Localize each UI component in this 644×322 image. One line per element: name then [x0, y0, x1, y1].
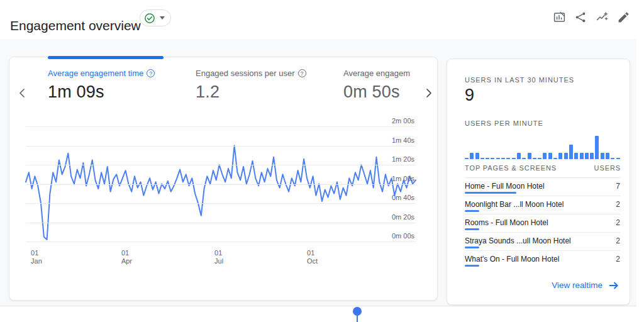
minute-bar [512, 158, 516, 159]
minute-bar [564, 153, 568, 159]
view-realtime-label: View realtime [552, 280, 602, 290]
edit-icon[interactable] [617, 11, 630, 24]
view-realtime-link[interactable]: View realtime [552, 280, 619, 290]
help-icon[interactable]: ? [147, 69, 155, 77]
top-pages-table-header: TOP PAGES & SCREENS USERS [465, 164, 621, 178]
users-proportion-bar [465, 247, 479, 248]
users-per-minute-label: USERS PER MINUTE [465, 119, 543, 127]
top-pages-row: Straya Sounds ...ull Moon Hotel2 [465, 233, 621, 251]
y-axis-tick-label: 1m 00s [392, 175, 414, 182]
y-axis-tick-label: 1m 20s [392, 155, 414, 163]
top-pages-row: Home - Full Moon Hotel7 [465, 178, 621, 196]
metric-tab-engaged-sessions-per-user[interactable]: Engaged sessions per user ? 1.2 [196, 69, 306, 102]
users-count-cell: 2 [616, 255, 620, 264]
page-title-cell: Rooms - Full Moon Hotel [465, 218, 548, 227]
users-count-cell: 7 [616, 182, 620, 191]
x-axis-tick-label: 01 Oct [307, 249, 318, 265]
y-axis-tick-label: 2m 00s [392, 117, 414, 125]
help-icon[interactable]: ? [298, 69, 306, 77]
check-circle-icon [144, 13, 155, 24]
minute-bar [517, 153, 521, 159]
previous-metrics-button[interactable] [18, 88, 26, 98]
share-icon[interactable] [574, 11, 587, 24]
metric-label: Average engagement time [48, 69, 143, 78]
carousel-slider-line [357, 315, 358, 322]
users-last-30-min-label: USERS IN LAST 30 MINUTES [465, 76, 574, 84]
metric-tab-average-engagement-time[interactable]: Average engagement time ? 1m 09s [48, 69, 155, 102]
top-pages-table: TOP PAGES & SCREENS USERS Home - Full Mo… [465, 164, 621, 269]
x-axis-tick-label: 01 Apr [121, 249, 132, 265]
minute-bar [501, 158, 505, 159]
realtime-card: USERS IN LAST 30 MINUTES 9 USERS PER MIN… [447, 58, 630, 305]
minute-bar [538, 158, 541, 159]
minute-bar [506, 158, 510, 159]
engagement-overview-card: Average engagement time ? 1m 09s Engaged… [9, 57, 438, 301]
minute-bar [475, 153, 479, 159]
users-per-minute-bar-chart [465, 133, 621, 159]
page-title-cell: What's On - Full Moon Hotel [465, 255, 559, 264]
minute-bar [543, 153, 547, 159]
metric-label: Average engagem [343, 69, 410, 78]
x-axis-tick-label: 01 Jul [214, 249, 223, 265]
metric-tab-average-engagement-truncated[interactable]: Average engagem 0m 50s [343, 69, 421, 102]
next-metrics-button[interactable] [425, 88, 433, 98]
insights-icon[interactable] [596, 11, 609, 24]
users-proportion-bar [465, 210, 479, 212]
minute-bar [595, 136, 599, 159]
minute-bar [496, 158, 500, 159]
minute-bar [553, 158, 557, 159]
top-pages-row: What's On - Full Moon Hotel2 [465, 251, 621, 269]
minute-bar [574, 153, 578, 159]
y-axis-tick-label: 0m 40s [392, 194, 414, 201]
gridline [26, 242, 416, 242]
users-last-30-min-value: 9 [465, 86, 474, 105]
users-count-cell: 2 [616, 200, 620, 209]
users-proportion-bar [465, 228, 479, 230]
y-axis-tick-label: 1m 40s [392, 136, 414, 144]
minute-bar [606, 153, 609, 159]
users-proportion-bar [465, 265, 479, 267]
minute-bar [533, 158, 536, 159]
minute-bar [580, 153, 584, 159]
arrow-right-icon [609, 281, 619, 290]
minute-bar [480, 158, 484, 159]
column-pages: TOP PAGES & SCREENS [465, 164, 557, 172]
page-title-cell: Straya Sounds ...ull Moon Hotel [465, 236, 571, 245]
users-count-cell: 2 [616, 218, 620, 227]
y-axis-tick-label: 0m 20s [392, 213, 414, 221]
users-count-cell: 2 [616, 236, 620, 245]
metric-value: 0m 50s [343, 82, 421, 102]
column-users: USERS [594, 164, 621, 172]
minute-bar [558, 153, 562, 159]
customize-report-icon[interactable] [553, 11, 566, 24]
header-toolbar [553, 11, 630, 24]
minute-bar [569, 145, 573, 159]
minute-bar [486, 158, 489, 159]
metric-label: Engaged sessions per user [196, 69, 295, 78]
gridline [26, 126, 416, 127]
users-proportion-bar [465, 192, 516, 194]
selected-metric-indicator [48, 56, 164, 59]
top-pages-row: Rooms - Full Moon Hotel2 [465, 214, 621, 233]
gridline [26, 223, 416, 223]
minute-bar [491, 158, 494, 159]
minute-bar [528, 153, 531, 159]
page-title-cell: Moonlight Bar ...ll Moon Hotel [465, 200, 564, 209]
report-status-badge[interactable] [140, 9, 171, 26]
gridline [26, 203, 416, 204]
minute-bar [548, 153, 552, 159]
gridline [26, 184, 416, 185]
gridline [26, 146, 416, 147]
page-title: Engagement overview [10, 18, 141, 33]
top-pages-row: Moonlight Bar ...ll Moon Hotel2 [465, 196, 621, 214]
minute-bar [585, 153, 589, 159]
metric-value: 1.2 [196, 82, 306, 102]
minute-bar [611, 158, 614, 159]
minute-bar [470, 153, 474, 159]
caret-down-icon [160, 16, 165, 19]
y-axis-tick-label: 0m 00s [392, 232, 414, 240]
engagement-line-chart: 2m 00s1m 40s1m 20s1m 00s0m 40s0m 20s0m 0… [26, 126, 416, 242]
carousel-slider-handle[interactable] [353, 307, 362, 316]
minute-bar [601, 153, 604, 159]
x-axis-tick-label: 01 Jan [31, 249, 42, 265]
